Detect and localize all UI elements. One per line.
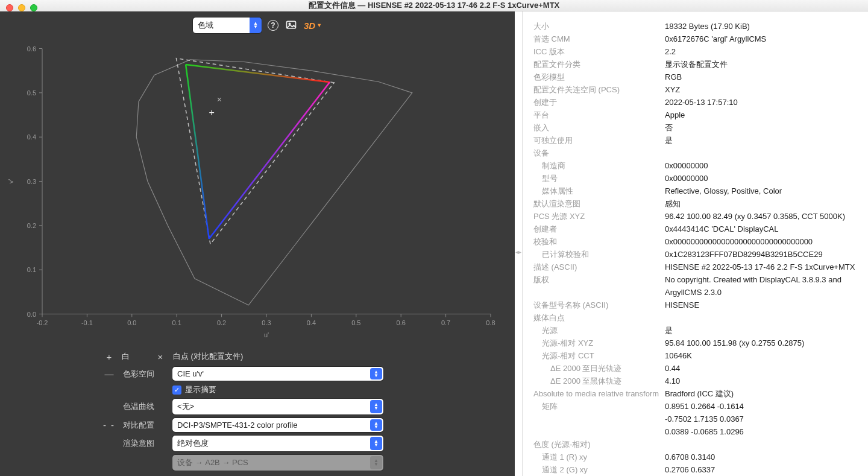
info-key: 媒体属性 xyxy=(533,185,665,197)
info-row: 光源-相对 CCT10646K xyxy=(533,349,857,362)
info-row: 型号0x00000000 xyxy=(533,172,857,185)
image-icon[interactable] xyxy=(285,19,298,32)
info-row: Absolute to media relative transformBrad… xyxy=(533,387,857,400)
info-row: 创建者0x4443414C 'DCAL' DisplayCAL xyxy=(533,223,857,235)
zoom-icon[interactable] xyxy=(30,4,37,11)
info-key: 色彩模型 xyxy=(533,71,665,83)
info-row: 描述 (ASCII)HISENSE #2 2022-05-13 17-46 2.… xyxy=(533,261,857,273)
svg-text:-0.1: -0.1 xyxy=(81,319,93,326)
info-value: 2022-05-13 17:57:10 xyxy=(665,96,857,109)
info-key: 嵌入 xyxy=(533,121,665,134)
info-key: 光源 xyxy=(533,324,665,337)
colorspace-select[interactable]: CIE u'v' ▲▼ xyxy=(172,367,383,381)
info-value: No copyright. Created with DisplayCAL 3.… xyxy=(665,273,857,299)
cross-icon: × xyxy=(154,352,167,362)
info-row: 制造商0x00000000 xyxy=(533,159,857,172)
title-bar: 配置文件信息 — HISENSE #2 2022-05-13 17-46 2.2… xyxy=(0,0,868,11)
view-select-value: 色域 xyxy=(193,17,250,33)
info-value: 0x4443414C 'DCAL' DisplayCAL xyxy=(665,223,857,235)
info-row: 通道 1 (R) xy0.6708 0.3140 xyxy=(533,451,857,463)
info-row: PCS 光源 XYZ96.42 100.00 82.49 (xy 0.3457 … xyxy=(533,210,857,223)
3d-button[interactable]: 3D▼ xyxy=(304,21,322,31)
info-key: 首选 CMM xyxy=(533,33,665,45)
help-icon[interactable]: ? xyxy=(268,20,278,31)
svg-text:0.3: 0.3 xyxy=(27,178,36,185)
svg-text:0.5: 0.5 xyxy=(351,319,360,326)
svg-text:0.6: 0.6 xyxy=(27,45,36,52)
info-key xyxy=(533,413,665,425)
legend-white: 白 xyxy=(122,351,130,362)
info-key: PCS 光源 XYZ xyxy=(533,210,665,223)
gamut-panel: 色域 ▲▼ ? 3D▼ -0.2-0.10.00.10.20.30.40.50.… xyxy=(0,11,515,476)
info-key: 创建于 xyxy=(533,96,665,109)
view-select[interactable]: 色域 ▲▼ xyxy=(193,17,262,33)
svg-text:0.1: 0.1 xyxy=(172,319,181,326)
info-key xyxy=(533,425,665,438)
info-value: 显示设备配置文件 xyxy=(665,58,857,71)
info-row: 色彩模型RGB xyxy=(533,71,857,83)
info-row: 版权No copyright. Created with DisplayCAL … xyxy=(533,273,857,299)
splitter[interactable]: ◂▸ xyxy=(515,11,522,476)
info-row: 媒体白点 xyxy=(533,311,857,324)
close-icon[interactable] xyxy=(6,4,13,11)
info-value xyxy=(665,438,857,451)
info-key: 大小 xyxy=(533,20,665,33)
line-icon: — xyxy=(102,369,116,379)
info-value: 0.6708 0.3140 xyxy=(665,451,857,463)
check-icon: ✓ xyxy=(172,386,181,395)
info-value: 96.42 100.00 82.49 (xy 0.3457 0.3585, CC… xyxy=(665,210,857,223)
info-value xyxy=(665,147,857,159)
info-value: 感知 xyxy=(665,197,857,210)
svg-text:0.7: 0.7 xyxy=(441,319,450,326)
window-controls xyxy=(6,4,37,11)
intent-select[interactable]: 绝对色度 ▲▼ xyxy=(172,436,383,451)
info-value: 0x00000000 xyxy=(665,172,857,185)
info-value: 10646K xyxy=(665,349,857,362)
info-value: 0x6172676C 'argl' ArgyllCMS xyxy=(665,33,857,45)
info-row: 配置文件分类显示设备配置文件 xyxy=(533,58,857,71)
info-key: 创建者 xyxy=(533,223,665,235)
show-summary-checkbox[interactable]: ✓ 显示摘要 xyxy=(172,384,216,395)
compare-label: 对比配置 xyxy=(123,420,165,431)
compare-select[interactable]: DCI-P3/SMPTE-431-2 color profile ▲▼ xyxy=(172,418,383,432)
info-value: 0x1C283123FFF07BD82994B3291B5CCE29 xyxy=(665,248,857,261)
info-value: -0.7502 1.7135 0.0367 xyxy=(665,413,857,425)
svg-text:0.8: 0.8 xyxy=(486,319,495,326)
info-key: 型号 xyxy=(533,172,665,185)
pipeline-select: 设备 → A2B → PCS ▲▼ xyxy=(172,455,383,471)
info-key: Absolute to media relative transform xyxy=(533,387,665,400)
info-key: 配置文件关连空间 (PCS) xyxy=(533,83,665,96)
gamut-chart[interactable]: -0.2-0.10.00.10.20.30.40.50.60.70.80.00.… xyxy=(0,36,515,345)
cct-label: 色温曲线 xyxy=(123,401,165,412)
info-value: HISENSE xyxy=(665,299,857,311)
info-row: 默认渲染意图感知 xyxy=(533,197,857,210)
info-row: 设备型号名称 (ASCII)HISENSE xyxy=(533,299,857,311)
cct-select[interactable]: <无> ▲▼ xyxy=(172,399,383,414)
chevron-updown-icon: ▲▼ xyxy=(370,437,382,450)
info-key: 默认渲染意图 xyxy=(533,197,665,210)
info-row: ΔE 2000 至日光轨迹0.44 xyxy=(533,362,857,375)
dash-icon: - - xyxy=(102,420,116,430)
info-row: 校验和0x00000000000000000000000000000000 xyxy=(533,235,857,248)
colorspace-label: 色彩空间 xyxy=(123,369,165,379)
info-value: 0x00000000000000000000000000000000 xyxy=(665,235,857,248)
info-value: Reflective, Glossy, Positive, Color xyxy=(665,185,857,197)
info-value: 是 xyxy=(665,324,857,337)
info-value: 0.0389 -0.0685 1.0296 xyxy=(665,425,857,438)
info-row: -0.7502 1.7135 0.0367 xyxy=(533,413,857,425)
intent-label: 渲染意图 xyxy=(123,438,165,449)
minimize-icon[interactable] xyxy=(18,4,25,11)
info-value: 0x00000000 xyxy=(665,159,857,172)
window-title: 配置文件信息 — HISENSE #2 2022-05-13 17-46 2.2… xyxy=(309,0,560,11)
svg-text:0.3: 0.3 xyxy=(262,319,271,326)
legend-whitepoint: 白点 (对比配置文件) xyxy=(173,351,243,362)
info-row: ICC 版本2.2 xyxy=(533,45,857,58)
info-key: 平台 xyxy=(533,109,665,121)
info-panel: 大小18332 Bytes (17.90 KiB)首选 CMM0x6172676… xyxy=(522,11,868,476)
svg-text:×: × xyxy=(217,95,222,104)
show-summary-label: 显示摘要 xyxy=(185,384,216,395)
info-key: 通道 2 (G) xy xyxy=(533,463,665,476)
info-key: ICC 版本 xyxy=(533,45,665,58)
plus-icon: + xyxy=(102,352,116,362)
info-key: 版权 xyxy=(533,273,665,299)
